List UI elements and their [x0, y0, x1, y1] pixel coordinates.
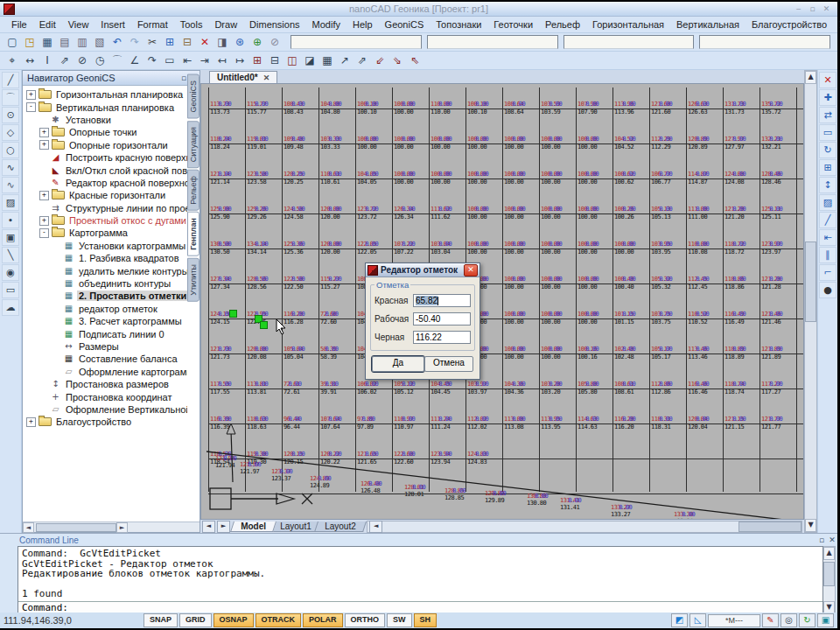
- slope-label[interactable]: 128.850.00128.85: [444, 487, 466, 501]
- snap-toggle[interactable]: SNAP: [144, 613, 178, 627]
- tree-item-2[interactable]: ✱Установки: [23, 114, 187, 126]
- hatch-edit-icon[interactable]: ▨: [819, 194, 836, 211]
- elevation-node[interactable]: 122.500.00122.50: [284, 276, 319, 291]
- vscroll-up-icon[interactable]: ▲: [805, 71, 816, 84]
- scroll-right-icon[interactable]: ►: [116, 522, 128, 533]
- parallel-icon[interactable]: ∥: [819, 247, 836, 263]
- tree-item-25[interactable]: ▱Оформление Вертикальной планиров: [23, 403, 187, 416]
- elevation-node[interactable]: 100.000.00100.00: [541, 206, 577, 221]
- elevation-node[interactable]: 128.560.00128.56: [247, 276, 283, 291]
- elevation-node[interactable]: 119.010.00119.01: [247, 136, 283, 151]
- dim-width-icon[interactable]: ↔: [22, 53, 38, 67]
- elevation-node[interactable]: 113.730.00113.73: [210, 101, 246, 116]
- elevation-node[interactable]: 113.460.00113.46: [688, 346, 724, 361]
- cmd-pin-icon[interactable]: ▫: [816, 534, 827, 546]
- block-red-icon[interactable]: ◫: [284, 53, 300, 67]
- block-blue-icon[interactable]: ◪: [302, 53, 318, 67]
- save-icon[interactable]: ▦: [39, 35, 55, 49]
- line-icon[interactable]: ╱: [2, 72, 19, 88]
- elevation-node[interactable]: 100.000.00100.00: [541, 311, 577, 326]
- elevation-node[interactable]: 110.080.00110.08: [688, 241, 724, 256]
- elevation-node[interactable]: 100.000.00100.00: [467, 171, 503, 186]
- vscroll-down-icon[interactable]: ▼: [805, 519, 816, 532]
- elevation-node[interactable]: 104.450.00104.45: [430, 381, 466, 396]
- elevation-node[interactable]: 120.000.00120.00: [320, 206, 356, 221]
- elevation-node[interactable]: 97.890.0097.89: [357, 416, 393, 431]
- elevation-node[interactable]: 104.360.00104.36: [504, 381, 540, 396]
- elevation-node[interactable]: 100.160.00100.16: [578, 346, 613, 361]
- elevation-node[interactable]: 115.770.00115.77: [247, 101, 283, 116]
- elevation-node[interactable]: 121.460.00121.46: [761, 311, 797, 326]
- menu-item-13[interactable]: Рельеф: [539, 18, 586, 32]
- mode-label[interactable]: *M---: [708, 614, 760, 627]
- elevation-node[interactable]: 120.220.00120.22: [320, 451, 356, 466]
- elevation-node[interactable]: 122.050.00122.05: [357, 241, 393, 256]
- dialog-titlebar[interactable]: Редактор отметок✕: [366, 263, 480, 277]
- node-link-icon[interactable]: ↗: [337, 53, 353, 67]
- красная-input[interactable]: 65.82: [413, 294, 471, 307]
- elevation-node[interactable]: 120.080.00120.08: [247, 346, 283, 361]
- angle-icon[interactable]: ∠: [127, 53, 143, 67]
- dialog-close-button[interactable]: ✕: [464, 264, 478, 276]
- menu-item-2[interactable]: View: [62, 18, 95, 32]
- node-up-icon[interactable]: ⇗: [354, 53, 370, 67]
- menu-item-8[interactable]: Modify: [306, 18, 346, 32]
- scroll-thumb[interactable]: [36, 523, 116, 532]
- open-file-icon[interactable]: ◳: [22, 35, 38, 49]
- cmd-scroll-thumb[interactable]: [823, 562, 835, 586]
- hscroll-thumb[interactable]: [738, 522, 802, 532]
- elevation-node[interactable]: 106.020.00106.02: [357, 381, 393, 396]
- elevation-node[interactable]: 108.640.00108.64: [504, 101, 540, 116]
- menu-item-5[interactable]: Tools: [174, 18, 209, 32]
- elevation-node[interactable]: 113.080.00113.08: [504, 416, 540, 431]
- polyline-icon[interactable]: ∿: [2, 159, 19, 176]
- slope-b-icon[interactable]: ⇘: [389, 53, 405, 67]
- clock-icon[interactable]: ◷: [92, 53, 108, 67]
- tree-item-26[interactable]: +Благоустройство: [23, 416, 187, 428]
- close-drawing-icon[interactable]: ✕: [819, 72, 836, 88]
- copy2-icon[interactable]: ⊞: [819, 159, 836, 176]
- elevation-node[interactable]: 117.270.00117.27: [761, 381, 797, 396]
- undo-icon[interactable]: ↶: [109, 35, 125, 49]
- marker-left-icon[interactable]: ↤: [214, 53, 230, 67]
- group-icon[interactable]: ▣: [2, 229, 19, 246]
- elevation-node[interactable]: 100.100.00100.10: [467, 101, 503, 116]
- tree-item-23[interactable]: ↕Простановка размеров: [23, 378, 187, 390]
- osnap-toggle[interactable]: OSNAP: [214, 613, 254, 627]
- slope-label[interactable]: 133.300.00133.30: [674, 511, 695, 520]
- tree-item-5[interactable]: ◢Построить красную поверхность: [23, 151, 187, 164]
- title-bar[interactable]: nanoCAD Геоника [Проект: pr1] ‒▫✕: [0, 2, 837, 17]
- elevation-node[interactable]: 103.200.00103.20: [541, 381, 577, 396]
- elevation-node[interactable]: 103.040.00103.04: [430, 241, 466, 256]
- tree-item-13[interactable]: ▦1. Разбивка квадратов: [23, 252, 187, 264]
- eye-icon[interactable]: ◉: [2, 264, 19, 281]
- elevation-node[interactable]: 102.480.00102.48: [614, 346, 650, 361]
- dim-arc-icon[interactable]: ⌒: [109, 53, 125, 67]
- elevation-node[interactable]: 132.210.00132.21: [761, 136, 797, 151]
- elevation-node[interactable]: 96.440.0096.44: [284, 416, 319, 431]
- elevation-node[interactable]: 107.220.00107.22: [394, 241, 430, 256]
- scroll-left-icon[interactable]: ◄: [23, 522, 34, 533]
- menu-item-10[interactable]: GeoniCS: [379, 18, 430, 32]
- elevation-node[interactable]: 121.650.00121.65: [357, 451, 393, 466]
- elevation-node[interactable]: 124.580.00124.58: [284, 206, 319, 221]
- toolbar-input-3[interactable]: [699, 35, 830, 49]
- magnifier-icon[interactable]: ◎: [780, 613, 797, 627]
- tree-item-24[interactable]: +Простановка координат: [23, 390, 187, 402]
- elevation-node[interactable]: 100.000.00100.00: [541, 136, 577, 151]
- elevation-node[interactable]: 100.000.00100.00: [504, 276, 540, 291]
- tree-item-20[interactable]: ↔Размеры: [23, 340, 187, 353]
- elevation-node[interactable]: 110.610.00110.61: [320, 171, 356, 186]
- elevation-node[interactable]: 100.000.00100.00: [430, 136, 466, 151]
- elevation-node[interactable]: 121.600.00121.60: [651, 101, 687, 116]
- elevation-node[interactable]: 124.830.00124.83: [467, 451, 503, 466]
- screen-icon[interactable]: ▣: [817, 613, 834, 627]
- tab-close-icon[interactable]: ✕: [263, 74, 270, 82]
- segment-icon[interactable]: ╲: [2, 247, 19, 263]
- tab-scroll-left-icon[interactable]: ◄: [202, 521, 215, 533]
- elevation-node[interactable]: 100.000.00100.00: [467, 136, 503, 151]
- properties-icon[interactable]: ◨: [214, 35, 230, 49]
- erase-icon[interactable]: ✕: [197, 35, 213, 49]
- elevation-node[interactable]: 100.000.00100.00: [394, 101, 430, 116]
- menu-item-12[interactable]: Геоточки: [487, 18, 539, 32]
